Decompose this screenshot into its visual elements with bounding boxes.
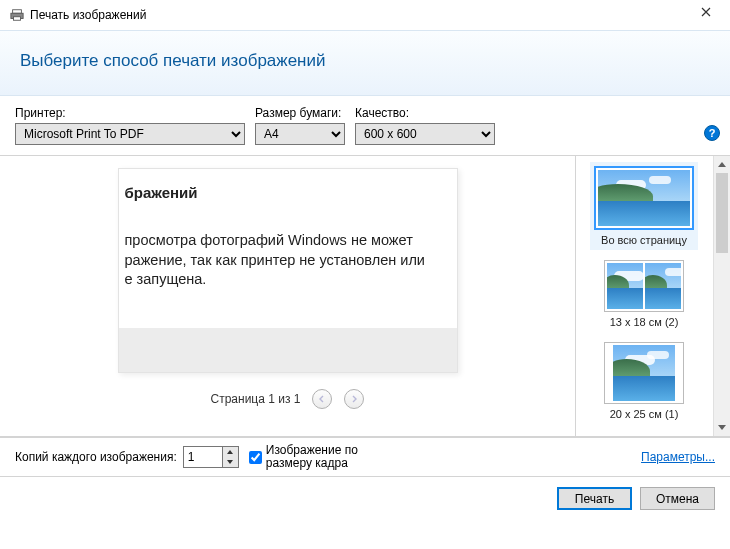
layout-label: 20 x 25 см (1) (610, 408, 679, 420)
paper-field: Размер бумаги: A4 (255, 106, 345, 145)
preview-body-line: е запущена. (125, 270, 457, 290)
paper-label: Размер бумаги: (255, 106, 345, 120)
help-icon[interactable]: ? (704, 125, 720, 141)
layout-label: 13 x 18 см (2) (610, 316, 679, 328)
copies-label: Копий каждого изображения: (15, 450, 177, 464)
bottom-bar: Копий каждого изображения: Изображение п… (0, 437, 730, 476)
preview-title-fragment: бражений (119, 183, 457, 203)
copies-spinner[interactable] (183, 446, 239, 468)
quality-field: Качество: 600 x 600 (355, 106, 495, 145)
layout-20x25[interactable]: 20 x 25 см (1) (600, 338, 688, 424)
prev-page-button[interactable] (312, 389, 332, 409)
layout-scrollbar[interactable] (713, 156, 730, 436)
printer-field: Принтер: Microsoft Print To PDF (15, 106, 245, 145)
page-counter: Страница 1 из 1 (211, 392, 301, 406)
scroll-track[interactable] (714, 173, 730, 419)
copies-input[interactable] (184, 447, 222, 467)
fit-frame-field: Изображение по размеру кадра (249, 444, 396, 470)
preview-body-line: ражение, так как принтер не установлен и… (125, 251, 457, 271)
cancel-button[interactable]: Отмена (640, 487, 715, 510)
svg-rect-2 (14, 17, 21, 21)
page-nav: Страница 1 из 1 (211, 389, 365, 409)
paper-select[interactable]: A4 (255, 123, 345, 145)
next-page-button[interactable] (344, 389, 364, 409)
quality-select[interactable]: 600 x 600 (355, 123, 495, 145)
scroll-up-arrow[interactable] (714, 156, 730, 173)
scroll-thumb[interactable] (716, 173, 728, 253)
banner-heading: Выберите способ печати изображений (20, 51, 710, 71)
preview-body-line: просмотра фотографий Windows не может (125, 231, 457, 251)
copies-up-button[interactable] (223, 447, 238, 457)
footer: Печать Отмена (0, 476, 730, 520)
svg-rect-0 (13, 10, 22, 14)
header-banner: Выберите способ печати изображений (0, 30, 730, 96)
preview-bottom-band (119, 328, 457, 372)
preview-panel: бражений просмотра фотографий Windows не… (0, 156, 575, 436)
printer-select[interactable]: Microsoft Print To PDF (15, 123, 245, 145)
layout-13x18[interactable]: 13 x 18 см (2) (600, 256, 688, 332)
title-bar: Печать изображений (0, 0, 730, 30)
window-title: Печать изображений (30, 8, 146, 22)
controls-row: Принтер: Microsoft Print To PDF Размер б… (0, 96, 730, 155)
layout-panel: Во всю страницу 13 x 18 см (2) 20 x 25 с… (575, 156, 730, 436)
scroll-down-arrow[interactable] (714, 419, 730, 436)
printer-label: Принтер: (15, 106, 245, 120)
printer-icon (10, 8, 24, 22)
fit-frame-checkbox[interactable] (249, 451, 262, 464)
copies-down-button[interactable] (223, 457, 238, 467)
fit-frame-label: Изображение по размеру кадра (266, 444, 396, 470)
preview-content: бражений просмотра фотографий Windows не… (119, 169, 457, 290)
quality-label: Качество: (355, 106, 495, 120)
options-link[interactable]: Параметры... (641, 450, 715, 464)
layout-label: Во всю страницу (601, 234, 687, 246)
print-button[interactable]: Печать (557, 487, 632, 510)
layout-full-page[interactable]: Во всю страницу (590, 162, 698, 250)
main-area: бражений просмотра фотографий Windows не… (0, 156, 730, 436)
close-button[interactable] (686, 0, 726, 24)
preview-page: бражений просмотра фотографий Windows не… (118, 168, 458, 373)
